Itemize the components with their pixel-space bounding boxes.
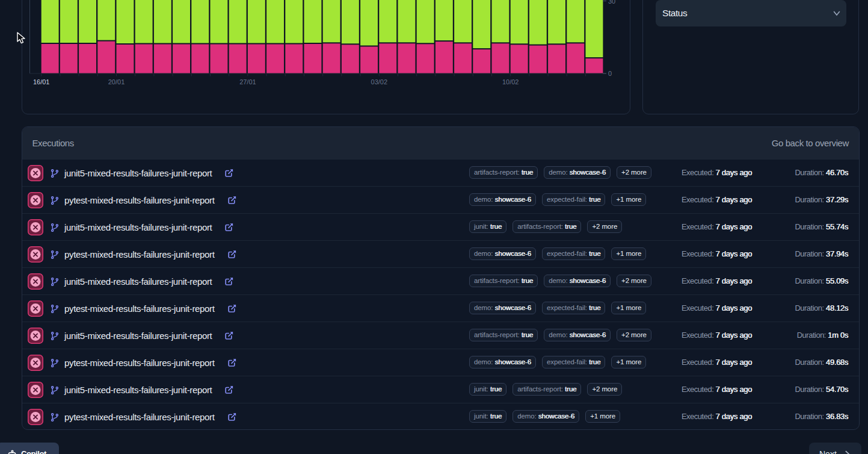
svg-text:30: 30	[608, 0, 615, 5]
svg-text:27/01: 27/01	[239, 78, 256, 86]
svg-text:10/02: 10/02	[502, 78, 519, 86]
svg-text:16/01: 16/01	[33, 78, 50, 86]
svg-text:0: 0	[608, 70, 612, 77]
svg-text:03/02: 03/02	[371, 78, 388, 86]
svg-text:20/01: 20/01	[108, 78, 125, 86]
